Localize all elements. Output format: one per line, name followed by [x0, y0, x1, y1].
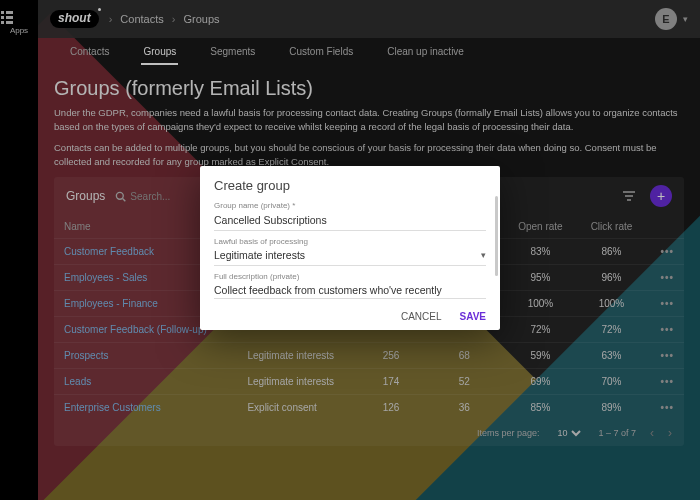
desc-label: Full description (private): [214, 272, 486, 281]
basis-select[interactable]: Legitimate interests ▾: [214, 246, 486, 266]
modal-title: Create group: [214, 178, 486, 193]
save-button[interactable]: SAVE: [460, 311, 487, 322]
basis-label: Lawful basis of processing: [214, 237, 486, 246]
desc-input[interactable]: Collect feedback from customers who've r…: [214, 281, 486, 299]
create-group-modal: Create group Group name (private) * Lawf…: [200, 166, 500, 330]
group-name-input[interactable]: [214, 211, 486, 231]
basis-value: Legitimate interests: [214, 249, 305, 261]
name-label: Group name (private) *: [214, 201, 486, 210]
modal-scrollbar[interactable]: [495, 196, 498, 276]
cancel-button[interactable]: CANCEL: [401, 311, 442, 322]
chevron-down-icon: ▾: [481, 250, 486, 260]
